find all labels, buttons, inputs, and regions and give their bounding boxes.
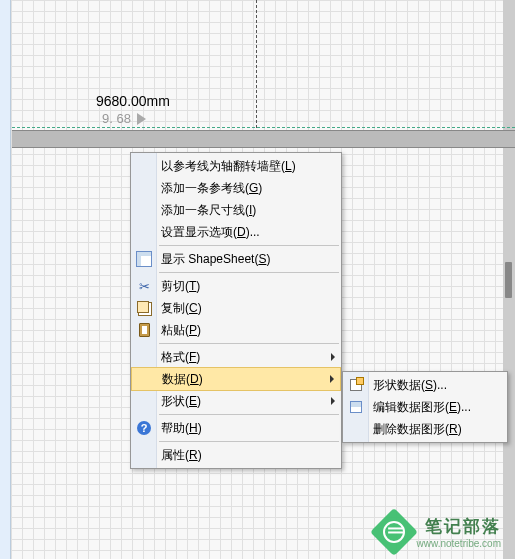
menu-copy[interactable]: 复制(C) — [131, 297, 341, 319]
dimension-label: 9680.00mm — [96, 93, 170, 109]
menu-item-label: 显示 ShapeSheet(S) — [161, 251, 323, 268]
watermark-logo-icon — [369, 508, 417, 556]
menu-item-label: 删除数据图形(R) — [373, 421, 489, 438]
watermark: 笔记部落 www.notetribe.com — [377, 515, 501, 549]
guide-horizontal[interactable] — [12, 127, 515, 128]
menu-paste[interactable]: 粘贴(P) — [131, 319, 341, 341]
shape-icon — [348, 399, 364, 415]
submenu-shape-data[interactable]: 形状数据(S)... — [343, 374, 507, 396]
menu-item-label: 编辑数据图形(E)... — [373, 399, 489, 416]
menu-add-guide[interactable]: 添加一条参考线(G) — [131, 177, 341, 199]
menu-shape[interactable]: 形状(E) — [131, 390, 341, 412]
menu-data[interactable]: 数据(D) — [131, 367, 341, 391]
menu-help[interactable]: ? 帮助(H) — [131, 417, 341, 439]
menu-separator — [159, 245, 339, 246]
properties-icon — [348, 377, 364, 393]
watermark-url: www.notetribe.com — [417, 538, 501, 549]
menu-format[interactable]: 格式(F) — [131, 346, 341, 368]
menu-item-label: 设置显示选项(D)... — [161, 224, 323, 241]
menu-cut[interactable]: ✂ 剪切(T) — [131, 275, 341, 297]
menu-separator — [159, 272, 339, 273]
menu-separator — [159, 414, 339, 415]
chevron-right-icon — [331, 397, 335, 405]
menu-separator — [159, 441, 339, 442]
wall-shape[interactable] — [12, 130, 515, 148]
submenu-edit-data-graphic[interactable]: 编辑数据图形(E)... — [343, 396, 507, 418]
menu-item-label: 粘贴(P) — [161, 322, 323, 339]
menu-separator — [159, 343, 339, 344]
menu-item-label: 格式(F) — [161, 349, 323, 366]
paste-icon — [136, 322, 152, 338]
menu-mirror-wall[interactable]: 以参考线为轴翻转墙壁(L) — [131, 155, 341, 177]
scrollbar-vertical[interactable] — [503, 0, 515, 559]
menu-item-label: 形状(E) — [161, 393, 323, 410]
chevron-right-icon — [331, 353, 335, 361]
menu-item-label: 数据(D) — [162, 371, 322, 388]
coordinate-value: 9. 68 — [102, 111, 131, 126]
menu-item-label: 属性(R) — [161, 447, 323, 464]
menu-item-label: 添加一条参考线(G) — [161, 180, 323, 197]
coordinate-readout: 9. 68 — [102, 111, 146, 126]
menu-show-shapesheet[interactable]: 显示 ShapeSheet(S) — [131, 248, 341, 270]
menu-item-label: 帮助(H) — [161, 420, 323, 437]
menu-display-options[interactable]: 设置显示选项(D)... — [131, 221, 341, 243]
menu-item-label: 添加一条尺寸线(I) — [161, 202, 323, 219]
watermark-title: 笔记部落 — [417, 515, 501, 538]
chevron-right-icon — [330, 375, 334, 383]
copy-icon — [136, 300, 152, 316]
menu-item-label: 剪切(T) — [161, 278, 323, 295]
menu-item-label: 复制(C) — [161, 300, 323, 317]
grid-icon — [136, 251, 152, 267]
context-submenu-data: 形状数据(S)... 编辑数据图形(E)... 删除数据图形(R) — [342, 371, 508, 443]
help-icon: ? — [136, 420, 152, 436]
play-icon — [137, 113, 146, 125]
menu-add-dimension[interactable]: 添加一条尺寸线(I) — [131, 199, 341, 221]
menu-item-label: 以参考线为轴翻转墙壁(L) — [161, 158, 323, 175]
guide-vertical[interactable] — [256, 0, 257, 128]
menu-item-label: 形状数据(S)... — [373, 377, 489, 394]
menu-properties[interactable]: 属性(R) — [131, 444, 341, 466]
context-menu: 以参考线为轴翻转墙壁(L) 添加一条参考线(G) 添加一条尺寸线(I) 设置显示… — [130, 152, 342, 469]
ruler-left — [0, 0, 11, 559]
scissors-icon: ✂ — [136, 278, 152, 294]
submenu-delete-data-graphic[interactable]: 删除数据图形(R) — [343, 418, 507, 440]
